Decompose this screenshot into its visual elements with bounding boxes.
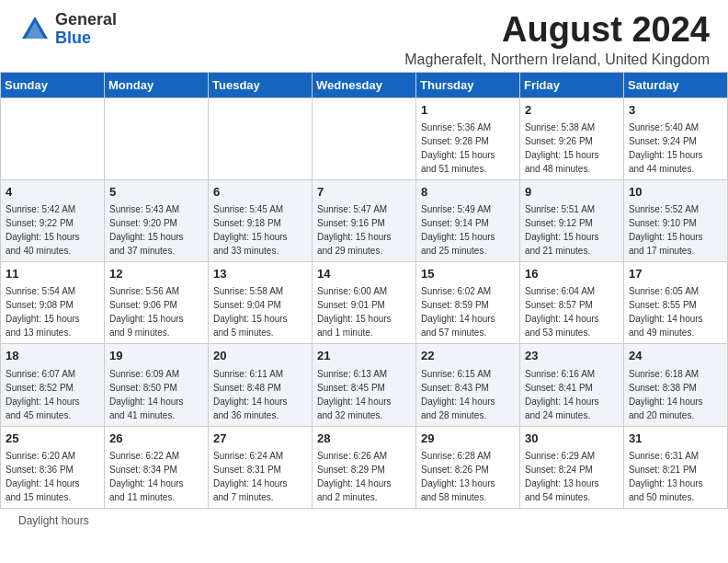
day-header-tuesday: Tuesday [209, 72, 313, 98]
calendar-cell: 20Sunrise: 6:11 AM Sunset: 8:48 PM Dayli… [209, 344, 313, 426]
day-info: Sunrise: 6:24 AM Sunset: 8:31 PM Dayligh… [213, 449, 307, 504]
calendar-cell: 25Sunrise: 6:20 AM Sunset: 8:36 PM Dayli… [1, 426, 105, 508]
day-number: 31 [629, 431, 722, 447]
day-info: Sunrise: 5:43 AM Sunset: 9:20 PM Dayligh… [109, 202, 203, 258]
day-header-sunday: Sunday [1, 72, 105, 98]
logo: General Blue [18, 11, 117, 48]
day-number: 25 [6, 431, 99, 447]
logo-icon [18, 13, 51, 46]
calendar-cell: 10Sunrise: 5:52 AM Sunset: 9:10 PM Dayli… [624, 179, 728, 261]
day-number: 23 [525, 348, 619, 364]
calendar-cell: 9Sunrise: 5:51 AM Sunset: 9:12 PM Daylig… [520, 179, 624, 261]
footer: Daylight hours [0, 509, 728, 533]
day-info: Sunrise: 6:28 AM Sunset: 8:26 PM Dayligh… [421, 449, 515, 504]
day-number: 18 [6, 348, 99, 364]
calendar-cell [105, 98, 209, 179]
day-info: Sunrise: 6:20 AM Sunset: 8:36 PM Dayligh… [6, 449, 99, 504]
month-title: August 2024 [404, 11, 710, 50]
calendar-cell: 16Sunrise: 6:04 AM Sunset: 8:57 PM Dayli… [520, 262, 624, 344]
calendar-cell: 26Sunrise: 6:22 AM Sunset: 8:34 PM Dayli… [105, 426, 209, 508]
day-info: Sunrise: 6:07 AM Sunset: 8:52 PM Dayligh… [6, 367, 99, 422]
day-info: Sunrise: 5:38 AM Sunset: 9:26 PM Dayligh… [525, 121, 619, 176]
day-number: 7 [317, 184, 411, 201]
calendar-cell: 3Sunrise: 5:40 AM Sunset: 9:24 PM Daylig… [624, 98, 728, 179]
calendar-cell: 28Sunrise: 6:26 AM Sunset: 8:29 PM Dayli… [313, 426, 416, 508]
day-info: Sunrise: 6:11 AM Sunset: 8:48 PM Dayligh… [213, 367, 307, 422]
day-number: 2 [525, 102, 619, 119]
calendar-cell: 8Sunrise: 5:49 AM Sunset: 9:14 PM Daylig… [416, 179, 520, 261]
title-area: August 2024 Magherafelt, Northern Irelan… [404, 11, 710, 68]
day-info: Sunrise: 6:22 AM Sunset: 8:34 PM Dayligh… [109, 449, 203, 504]
day-number: 17 [629, 266, 722, 282]
day-info: Sunrise: 6:15 AM Sunset: 8:43 PM Dayligh… [421, 367, 515, 422]
day-info: Sunrise: 5:58 AM Sunset: 9:04 PM Dayligh… [213, 284, 307, 339]
day-number: 5 [109, 184, 203, 201]
calendar-cell: 17Sunrise: 6:05 AM Sunset: 8:55 PM Dayli… [624, 262, 728, 344]
day-info: Sunrise: 6:00 AM Sunset: 9:01 PM Dayligh… [317, 284, 411, 339]
calendar-cell: 31Sunrise: 6:31 AM Sunset: 8:21 PM Dayli… [624, 426, 728, 508]
day-number: 24 [629, 348, 722, 364]
day-number: 4 [6, 184, 99, 201]
calendar-cell: 22Sunrise: 6:15 AM Sunset: 8:43 PM Dayli… [416, 344, 520, 426]
calendar-cell: 5Sunrise: 5:43 AM Sunset: 9:20 PM Daylig… [105, 179, 209, 261]
day-info: Sunrise: 6:04 AM Sunset: 8:57 PM Dayligh… [525, 284, 619, 339]
day-number: 26 [109, 431, 203, 447]
day-header-monday: Monday [105, 72, 209, 98]
day-number: 20 [213, 348, 307, 364]
logo-general-text: General [55, 11, 117, 29]
calendar-cell: 11Sunrise: 5:54 AM Sunset: 9:08 PM Dayli… [1, 262, 105, 344]
day-info: Sunrise: 5:56 AM Sunset: 9:06 PM Dayligh… [109, 284, 203, 339]
calendar-cell: 21Sunrise: 6:13 AM Sunset: 8:45 PM Dayli… [313, 344, 416, 426]
day-number: 21 [317, 348, 411, 364]
calendar-cell: 6Sunrise: 5:45 AM Sunset: 9:18 PM Daylig… [209, 179, 313, 261]
day-info: Sunrise: 5:36 AM Sunset: 9:28 PM Dayligh… [421, 121, 515, 176]
day-number: 1 [421, 102, 515, 119]
day-number: 15 [421, 266, 515, 282]
day-number: 11 [6, 266, 99, 282]
day-info: Sunrise: 6:16 AM Sunset: 8:41 PM Dayligh… [525, 367, 619, 422]
calendar-cell: 7Sunrise: 5:47 AM Sunset: 9:16 PM Daylig… [313, 179, 416, 261]
day-number: 30 [525, 431, 619, 447]
day-number: 22 [421, 348, 515, 364]
calendar-cell [209, 98, 313, 179]
day-info: Sunrise: 5:51 AM Sunset: 9:12 PM Dayligh… [525, 202, 619, 258]
calendar-cell: 30Sunrise: 6:29 AM Sunset: 8:24 PM Dayli… [520, 426, 624, 508]
calendar-cell: 1Sunrise: 5:36 AM Sunset: 9:28 PM Daylig… [416, 98, 520, 179]
calendar-cell: 24Sunrise: 6:18 AM Sunset: 8:38 PM Dayli… [624, 344, 728, 426]
day-number: 13 [213, 266, 307, 282]
day-info: Sunrise: 5:40 AM Sunset: 9:24 PM Dayligh… [629, 121, 722, 176]
day-number: 16 [525, 266, 619, 282]
day-number: 9 [525, 184, 619, 201]
calendar-cell: 2Sunrise: 5:38 AM Sunset: 9:26 PM Daylig… [520, 98, 624, 179]
day-number: 19 [109, 348, 203, 364]
calendar-cell: 13Sunrise: 5:58 AM Sunset: 9:04 PM Dayli… [209, 262, 313, 344]
calendar-cell: 14Sunrise: 6:00 AM Sunset: 9:01 PM Dayli… [313, 262, 416, 344]
day-number: 12 [109, 266, 203, 282]
day-number: 14 [317, 266, 411, 282]
day-header-friday: Friday [520, 72, 624, 98]
daylight-label: Daylight hours [18, 514, 89, 527]
calendar-cell: 27Sunrise: 6:24 AM Sunset: 8:31 PM Dayli… [209, 426, 313, 508]
calendar-cell: 23Sunrise: 6:16 AM Sunset: 8:41 PM Dayli… [520, 344, 624, 426]
day-header-thursday: Thursday [416, 72, 520, 98]
day-number: 28 [317, 431, 411, 447]
day-header-wednesday: Wednesday [313, 72, 416, 98]
page-header: General Blue August 2024 Magherafelt, No… [0, 0, 728, 72]
logo-blue-text: Blue [55, 29, 117, 48]
calendar-cell: 19Sunrise: 6:09 AM Sunset: 8:50 PM Dayli… [105, 344, 209, 426]
calendar-cell: 12Sunrise: 5:56 AM Sunset: 9:06 PM Dayli… [105, 262, 209, 344]
day-info: Sunrise: 6:13 AM Sunset: 8:45 PM Dayligh… [317, 367, 411, 422]
day-info: Sunrise: 6:05 AM Sunset: 8:55 PM Dayligh… [629, 284, 722, 339]
calendar-cell [1, 98, 105, 179]
day-number: 29 [421, 431, 515, 447]
day-header-saturday: Saturday [624, 72, 728, 98]
calendar-cell: 4Sunrise: 5:42 AM Sunset: 9:22 PM Daylig… [1, 179, 105, 261]
calendar-cell: 29Sunrise: 6:28 AM Sunset: 8:26 PM Dayli… [416, 426, 520, 508]
day-info: Sunrise: 5:42 AM Sunset: 9:22 PM Dayligh… [6, 202, 99, 258]
day-info: Sunrise: 5:52 AM Sunset: 9:10 PM Dayligh… [629, 202, 722, 258]
day-info: Sunrise: 5:47 AM Sunset: 9:16 PM Dayligh… [317, 202, 411, 258]
day-number: 27 [213, 431, 307, 447]
day-info: Sunrise: 5:45 AM Sunset: 9:18 PM Dayligh… [213, 202, 307, 258]
day-info: Sunrise: 5:54 AM Sunset: 9:08 PM Dayligh… [6, 284, 99, 339]
day-info: Sunrise: 6:02 AM Sunset: 8:59 PM Dayligh… [421, 284, 515, 339]
